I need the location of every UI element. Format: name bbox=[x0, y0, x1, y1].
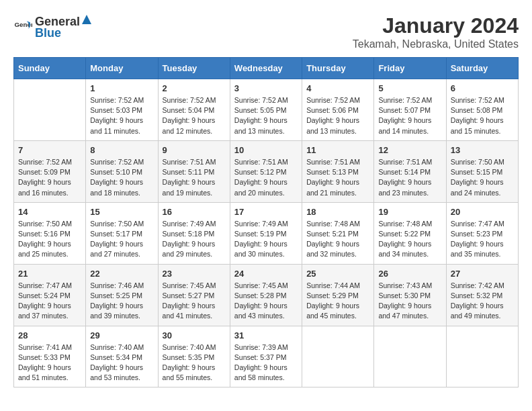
day-header-monday: Monday bbox=[86, 58, 158, 79]
week-row-1: 1Sunrise: 7:52 AM Sunset: 5:03 PM Daylig… bbox=[14, 79, 519, 141]
header: General General Blue January 2024 Tekama… bbox=[13, 13, 519, 50]
day-number: 20 bbox=[451, 207, 514, 217]
cell-info: Sunrise: 7:40 AM Sunset: 5:35 PM Dayligh… bbox=[163, 342, 226, 383]
cell-info: Sunrise: 7:43 AM Sunset: 5:30 PM Dayligh… bbox=[378, 281, 441, 322]
calendar-cell: 25Sunrise: 7:44 AM Sunset: 5:29 PM Dayli… bbox=[302, 264, 374, 326]
day-header-wednesday: Wednesday bbox=[230, 58, 302, 79]
calendar-cell: 31Sunrise: 7:39 AM Sunset: 5:37 PM Dayli… bbox=[230, 326, 302, 387]
day-number: 14 bbox=[18, 207, 81, 217]
cell-info: Sunrise: 7:45 AM Sunset: 5:27 PM Dayligh… bbox=[163, 281, 226, 322]
day-number: 10 bbox=[234, 145, 298, 155]
cell-info: Sunrise: 7:52 AM Sunset: 5:07 PM Dayligh… bbox=[378, 95, 441, 136]
calendar-cell: 28Sunrise: 7:41 AM Sunset: 5:33 PM Dayli… bbox=[14, 326, 86, 387]
day-number: 21 bbox=[18, 269, 81, 279]
day-number: 4 bbox=[306, 83, 369, 93]
cell-info: Sunrise: 7:52 AM Sunset: 5:05 PM Dayligh… bbox=[234, 95, 298, 136]
calendar-cell: 21Sunrise: 7:47 AM Sunset: 5:24 PM Dayli… bbox=[14, 264, 86, 326]
header-row: SundayMondayTuesdayWednesdayThursdayFrid… bbox=[14, 58, 519, 79]
cell-info: Sunrise: 7:51 AM Sunset: 5:12 PM Dayligh… bbox=[234, 157, 298, 198]
calendar-cell: 14Sunrise: 7:50 AM Sunset: 5:16 PM Dayli… bbox=[14, 202, 86, 264]
cell-info: Sunrise: 7:50 AM Sunset: 5:17 PM Dayligh… bbox=[90, 219, 153, 260]
cell-info: Sunrise: 7:48 AM Sunset: 5:21 PM Dayligh… bbox=[306, 219, 369, 260]
calendar-cell: 8Sunrise: 7:52 AM Sunset: 5:10 PM Daylig… bbox=[86, 140, 158, 202]
cell-info: Sunrise: 7:39 AM Sunset: 5:37 PM Dayligh… bbox=[234, 342, 298, 383]
calendar-cell: 4Sunrise: 7:52 AM Sunset: 5:06 PM Daylig… bbox=[302, 79, 374, 141]
day-number: 1 bbox=[90, 83, 153, 93]
cell-info: Sunrise: 7:52 AM Sunset: 5:08 PM Dayligh… bbox=[451, 95, 514, 136]
day-number: 22 bbox=[90, 269, 153, 279]
calendar-cell: 12Sunrise: 7:51 AM Sunset: 5:14 PM Dayli… bbox=[374, 140, 446, 202]
calendar-cell: 13Sunrise: 7:50 AM Sunset: 5:15 PM Dayli… bbox=[446, 140, 518, 202]
cell-info: Sunrise: 7:46 AM Sunset: 5:25 PM Dayligh… bbox=[90, 281, 153, 322]
calendar-cell: 23Sunrise: 7:45 AM Sunset: 5:27 PM Dayli… bbox=[158, 264, 230, 326]
calendar-cell: 18Sunrise: 7:48 AM Sunset: 5:21 PM Dayli… bbox=[302, 202, 374, 264]
cell-info: Sunrise: 7:49 AM Sunset: 5:18 PM Dayligh… bbox=[163, 219, 226, 260]
calendar-cell: 27Sunrise: 7:42 AM Sunset: 5:32 PM Dayli… bbox=[446, 264, 518, 326]
day-number: 24 bbox=[234, 269, 298, 279]
day-header-sunday: Sunday bbox=[14, 58, 86, 79]
day-number: 25 bbox=[306, 269, 369, 279]
day-number: 2 bbox=[163, 83, 226, 93]
day-number: 7 bbox=[18, 145, 81, 155]
day-number: 31 bbox=[234, 330, 298, 340]
day-number: 18 bbox=[306, 207, 369, 217]
day-number: 26 bbox=[378, 269, 441, 279]
week-row-3: 14Sunrise: 7:50 AM Sunset: 5:16 PM Dayli… bbox=[14, 202, 519, 264]
cell-info: Sunrise: 7:44 AM Sunset: 5:29 PM Dayligh… bbox=[306, 281, 369, 322]
cell-info: Sunrise: 7:50 AM Sunset: 5:15 PM Dayligh… bbox=[451, 157, 514, 198]
calendar-cell bbox=[374, 326, 446, 387]
logo: General General Blue bbox=[13, 13, 93, 40]
calendar-cell: 6Sunrise: 7:52 AM Sunset: 5:08 PM Daylig… bbox=[446, 79, 518, 141]
day-number: 12 bbox=[378, 145, 441, 155]
cell-info: Sunrise: 7:48 AM Sunset: 5:22 PM Dayligh… bbox=[378, 219, 441, 260]
day-number: 30 bbox=[163, 330, 226, 340]
calendar-cell: 15Sunrise: 7:50 AM Sunset: 5:17 PM Dayli… bbox=[86, 202, 158, 264]
calendar-cell bbox=[302, 326, 374, 387]
logo-triangle-icon bbox=[81, 13, 93, 26]
day-number: 13 bbox=[451, 145, 514, 155]
day-header-saturday: Saturday bbox=[446, 58, 518, 79]
calendar-cell bbox=[14, 79, 86, 141]
calendar-cell: 26Sunrise: 7:43 AM Sunset: 5:30 PM Dayli… bbox=[374, 264, 446, 326]
cell-info: Sunrise: 7:47 AM Sunset: 5:23 PM Dayligh… bbox=[451, 219, 514, 260]
day-number: 9 bbox=[163, 145, 226, 155]
cell-info: Sunrise: 7:52 AM Sunset: 5:10 PM Dayligh… bbox=[90, 157, 153, 198]
location-title: Tekamah, Nebraska, United States bbox=[353, 38, 519, 50]
day-number: 27 bbox=[451, 269, 514, 279]
calendar-cell: 16Sunrise: 7:49 AM Sunset: 5:18 PM Dayli… bbox=[158, 202, 230, 264]
day-number: 16 bbox=[163, 207, 226, 217]
calendar-cell bbox=[446, 326, 518, 387]
cell-info: Sunrise: 7:40 AM Sunset: 5:34 PM Dayligh… bbox=[90, 342, 153, 383]
calendar-cell: 20Sunrise: 7:47 AM Sunset: 5:23 PM Dayli… bbox=[446, 202, 518, 264]
calendar-cell: 29Sunrise: 7:40 AM Sunset: 5:34 PM Dayli… bbox=[86, 326, 158, 387]
day-number: 6 bbox=[451, 83, 514, 93]
day-header-tuesday: Tuesday bbox=[158, 58, 230, 79]
calendar-cell: 1Sunrise: 7:52 AM Sunset: 5:03 PM Daylig… bbox=[86, 79, 158, 141]
day-header-thursday: Thursday bbox=[302, 58, 374, 79]
week-row-4: 21Sunrise: 7:47 AM Sunset: 5:24 PM Dayli… bbox=[14, 264, 519, 326]
cell-info: Sunrise: 7:49 AM Sunset: 5:19 PM Dayligh… bbox=[234, 219, 298, 260]
calendar-cell: 24Sunrise: 7:45 AM Sunset: 5:28 PM Dayli… bbox=[230, 264, 302, 326]
day-number: 8 bbox=[90, 145, 153, 155]
week-row-2: 7Sunrise: 7:52 AM Sunset: 5:09 PM Daylig… bbox=[14, 140, 519, 202]
cell-info: Sunrise: 7:51 AM Sunset: 5:13 PM Dayligh… bbox=[306, 157, 369, 198]
calendar-cell: 5Sunrise: 7:52 AM Sunset: 5:07 PM Daylig… bbox=[374, 79, 446, 141]
calendar-cell: 22Sunrise: 7:46 AM Sunset: 5:25 PM Dayli… bbox=[86, 264, 158, 326]
day-number: 11 bbox=[306, 145, 369, 155]
cell-info: Sunrise: 7:42 AM Sunset: 5:32 PM Dayligh… bbox=[451, 281, 514, 322]
calendar-cell: 30Sunrise: 7:40 AM Sunset: 5:35 PM Dayli… bbox=[158, 326, 230, 387]
cell-info: Sunrise: 7:52 AM Sunset: 5:09 PM Dayligh… bbox=[18, 157, 81, 198]
day-number: 23 bbox=[163, 269, 226, 279]
week-row-5: 28Sunrise: 7:41 AM Sunset: 5:33 PM Dayli… bbox=[14, 326, 519, 387]
logo-icon: General bbox=[13, 17, 32, 36]
cell-info: Sunrise: 7:52 AM Sunset: 5:06 PM Dayligh… bbox=[306, 95, 369, 136]
cell-info: Sunrise: 7:41 AM Sunset: 5:33 PM Dayligh… bbox=[18, 342, 81, 383]
day-number: 17 bbox=[234, 207, 298, 217]
calendar-cell: 19Sunrise: 7:48 AM Sunset: 5:22 PM Dayli… bbox=[374, 202, 446, 264]
calendar-cell: 10Sunrise: 7:51 AM Sunset: 5:12 PM Dayli… bbox=[230, 140, 302, 202]
cell-info: Sunrise: 7:52 AM Sunset: 5:03 PM Dayligh… bbox=[90, 95, 153, 136]
calendar-table: SundayMondayTuesdayWednesdayThursdayFrid… bbox=[13, 57, 519, 387]
cell-info: Sunrise: 7:50 AM Sunset: 5:16 PM Dayligh… bbox=[18, 219, 81, 260]
day-header-friday: Friday bbox=[374, 58, 446, 79]
logo-blue: Blue bbox=[35, 26, 61, 40]
